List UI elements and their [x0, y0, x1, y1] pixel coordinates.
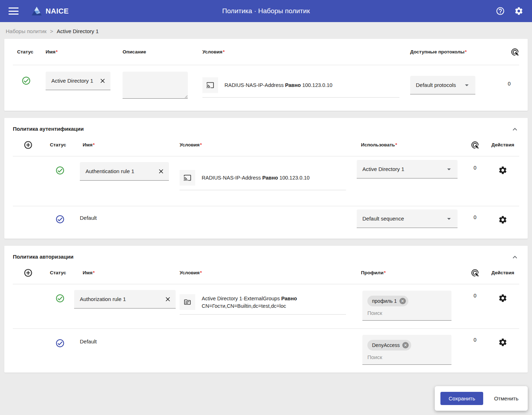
use-selected-value: Default sequence	[362, 216, 445, 222]
breadcrumb-parent-link[interactable]: Наборы политик	[6, 28, 46, 34]
rule-name-input[interactable]	[86, 168, 157, 174]
save-button[interactable]: Сохранить	[440, 392, 484, 405]
use-select[interactable]: Default sequence	[357, 209, 458, 228]
col-protocols: Доступные протоколы*	[410, 49, 499, 55]
col-conditions: Условия*	[174, 142, 357, 147]
chip-remove-icon[interactable]: ✕	[402, 342, 409, 348]
rule-condition[interactable]: Active Directory 1·ExternalGroups Равно …	[180, 294, 346, 315]
breadcrumb: Наборы политик > Active Directory 1	[0, 22, 532, 39]
app-bar-actions	[496, 6, 523, 16]
rule-name-field[interactable]	[74, 290, 176, 308]
policy-set-card: Статус Имя* Описание Условия* Доступные …	[4, 39, 528, 111]
condition-operator: Равно	[262, 175, 278, 181]
naice-logo-icon	[31, 6, 42, 16]
clear-name-icon[interactable]	[164, 295, 172, 304]
policy-set-name-field[interactable]	[46, 72, 110, 90]
save-bar: Сохранить Отменить	[435, 386, 528, 411]
chevron-down-icon	[445, 214, 453, 223]
settings-icon[interactable]	[514, 6, 523, 16]
condition-operator: Равно	[281, 296, 297, 301]
condition-value: CN=Гости,CN=Builtin,dc=test,dc=loc	[202, 302, 297, 310]
hits-icon[interactable]	[471, 141, 479, 149]
chip-remove-icon[interactable]: ✕	[399, 298, 406, 304]
profile-chip[interactable]: DenyAccess ✕	[367, 340, 411, 351]
col-conditions: Условия*	[198, 49, 410, 55]
profiles-field[interactable]: DenyAccess ✕ Поиск	[362, 335, 451, 365]
authz-policy-card: Политика авторизации Статус Имя* Условия…	[4, 246, 528, 373]
hits-count: 0	[499, 72, 519, 87]
condition-value: 100.123.0.10	[302, 82, 332, 88]
profile-chip[interactable]: профиль 1 ✕	[367, 296, 408, 306]
rule-name-label: Default	[77, 206, 174, 221]
cast-icon	[202, 77, 218, 93]
condition-attribute: RADIUS·NAS-IP-Address	[224, 82, 284, 88]
col-use: Использовать*	[357, 142, 464, 147]
authz-policy-title: Политика авторизации	[13, 254, 73, 260]
chevron-down-icon	[463, 81, 471, 89]
col-status: Статус	[43, 142, 77, 147]
profiles-search-placeholder[interactable]: Поиск	[367, 354, 446, 360]
use-selected-value: Active Directory 1	[362, 166, 445, 172]
breadcrumb-current: Active Directory 1	[57, 28, 99, 34]
condition-operator: Равно	[285, 82, 301, 88]
auth-policy-header-row: Статус Имя* Условия* Использовать* Дейст…	[13, 134, 519, 156]
add-rule-icon[interactable]	[24, 140, 43, 150]
clear-name-icon[interactable]	[157, 167, 165, 176]
col-status: Статус	[13, 49, 46, 55]
condition-value: 100.123.0.10	[279, 175, 310, 181]
status-check-icon[interactable]	[13, 72, 46, 85]
col-name: Имя*	[46, 49, 123, 55]
protocols-select[interactable]: Default protocols	[410, 76, 475, 94]
auth-policy-title: Политика аутентификации	[13, 126, 84, 132]
col-name: Имя*	[77, 142, 174, 147]
profile-chip-label: DenyAccess	[372, 342, 400, 348]
rule-condition[interactable]: RADIUS·NAS-IP-Address Равно 100.123.0.10	[180, 170, 346, 190]
profiles-field[interactable]: профиль 1 ✕ Поиск	[362, 291, 451, 321]
col-conditions: Условия*	[174, 270, 357, 275]
policy-set-condition[interactable]: RADIUS·NAS-IP-Address Равно 100.123.0.10	[202, 77, 399, 98]
menu-icon[interactable]	[9, 7, 19, 15]
hits-icon[interactable]	[471, 269, 479, 277]
collapse-icon[interactable]	[511, 253, 519, 261]
add-rule-icon[interactable]	[24, 268, 43, 277]
protocols-selected-value: Default protocols	[416, 82, 463, 88]
clear-name-icon[interactable]	[98, 77, 107, 85]
policy-set-header-row: Статус Имя* Описание Условия* Доступные …	[13, 39, 519, 65]
row-actions-gear-icon[interactable]	[498, 328, 507, 347]
status-check-icon[interactable]	[55, 206, 65, 224]
condition-attribute: Active Directory 1·ExternalGroups	[202, 296, 280, 301]
hits-count: 0	[464, 156, 486, 171]
col-description: Описание	[123, 49, 198, 55]
use-select[interactable]: Active Directory 1	[357, 160, 458, 178]
hits-count: 0	[464, 328, 486, 343]
status-check-icon[interactable]	[55, 156, 65, 175]
col-profiles: Профили*	[357, 270, 464, 275]
col-name: Имя*	[77, 270, 174, 275]
profile-chip-label: профиль 1	[372, 298, 397, 304]
status-check-icon[interactable]	[55, 284, 65, 303]
authz-rule-row: Active Directory 1·ExternalGroups Равно …	[4, 284, 528, 328]
profiles-search-placeholder[interactable]: Поиск	[367, 310, 446, 316]
cancel-button[interactable]: Отменить	[494, 395, 518, 401]
rule-name-field[interactable]	[80, 162, 169, 181]
help-icon[interactable]	[496, 6, 505, 16]
row-actions-gear-icon[interactable]	[498, 206, 507, 224]
authz-policy-header-row: Статус Имя* Условия* Профили* Действия	[13, 261, 519, 284]
page-title: Политика · Наборы политик	[222, 7, 310, 15]
hits-icon[interactable]	[511, 48, 519, 56]
col-status: Статус	[43, 270, 77, 275]
policy-set-name-input[interactable]	[51, 78, 98, 84]
brand-logo[interactable]: NAICE	[31, 6, 69, 16]
auth-default-row: Default Default sequence 0	[4, 206, 528, 239]
hits-count: 0	[464, 206, 486, 220]
status-check-icon[interactable]	[55, 328, 65, 348]
auth-rule-row: RADIUS·NAS-IP-Address Равно 100.123.0.10…	[4, 156, 528, 206]
folder-groups-icon	[180, 294, 195, 310]
condition-attribute: RADIUS·NAS-IP-Address	[202, 175, 261, 181]
row-actions-gear-icon[interactable]	[498, 156, 507, 175]
rule-name-input[interactable]	[80, 296, 164, 302]
rule-name-label: Default	[77, 328, 174, 344]
row-actions-gear-icon[interactable]	[498, 284, 507, 303]
policy-set-description-textarea[interactable]	[123, 72, 188, 99]
collapse-icon[interactable]	[511, 125, 519, 134]
